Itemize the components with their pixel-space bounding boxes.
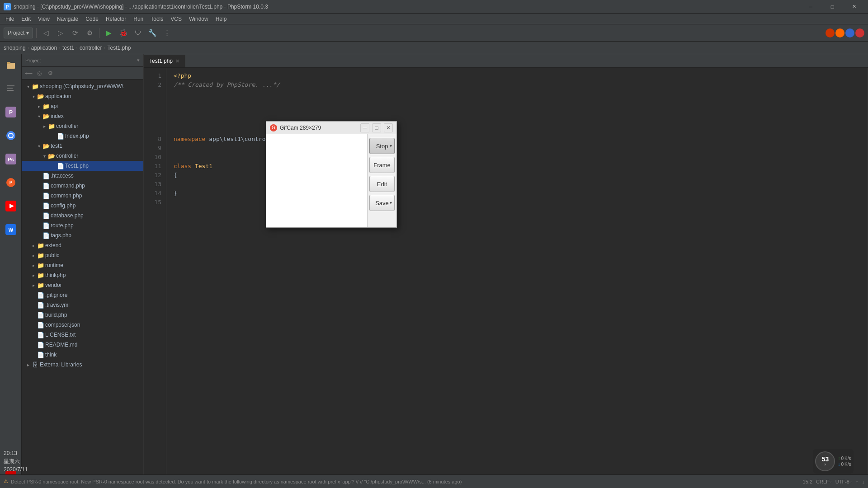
node-label-index: index (51, 113, 64, 119)
tree-node-composer[interactable]: 📄 composer.json (22, 320, 143, 330)
svg-rect-5 (7, 88, 13, 89)
maximize-button[interactable]: □ (822, 0, 843, 14)
no-arrow-travis (31, 302, 36, 308)
menu-item-navigate[interactable]: Navigate (53, 15, 82, 23)
no-arrow-gitignore (31, 292, 36, 298)
tree-node-travis[interactable]: 📄 .travis.yml (22, 300, 143, 310)
gifcam-app-icon: G (270, 124, 277, 131)
coverage-button[interactable]: 🛡 (132, 27, 144, 39)
bluecircle-icon[interactable] (845, 28, 854, 38)
gifcam-close-button[interactable]: ✕ (384, 123, 393, 132)
tree-node-index[interactable]: ▾ 📂 index (22, 111, 143, 121)
file-tree[interactable]: ▾ 📁 shopping (C:\phpstudy_pro\WWW\ ▾ 📂 a… (22, 80, 143, 487)
tree-node-application[interactable]: ▾ 📂 application (22, 91, 143, 101)
menu-item-run[interactable]: Run (130, 15, 147, 23)
tree-node-htaccess[interactable]: 📄 .htaccess (22, 171, 143, 181)
collapse-all-button[interactable]: ⟵ (24, 68, 33, 78)
settings-button[interactable]: ⚙ (83, 27, 96, 39)
expand-arrow-test1: ▾ (36, 143, 42, 149)
gifcam-edit-button[interactable]: Edit (369, 176, 395, 192)
forward-button[interactable]: ▷ (54, 27, 67, 39)
no-arrow-config (36, 203, 42, 208)
refresh-button[interactable]: ⟳ (69, 27, 81, 39)
breadcrumb-shopping[interactable]: shopping (4, 45, 26, 51)
structure-icon-btn[interactable] (2, 80, 20, 98)
tree-node-test1php[interactable]: 📄 Test1.php (22, 161, 143, 171)
phpstorm-icon[interactable]: P (2, 103, 20, 121)
gifcam-frame-button[interactable]: Frame (369, 157, 395, 173)
tree-node-public[interactable]: ▸ 📁 public (22, 250, 143, 260)
time-text: 20:13 (4, 449, 28, 457)
settings-tree-button[interactable]: ⚙ (45, 68, 55, 78)
file-tree-panel: Project ▾ ⟵ ◎ ⚙ ▾ 📁 shopping (C:\phpstud… (22, 54, 144, 487)
tree-node-license[interactable]: 📄 LICENSE.txt (22, 330, 143, 340)
tree-node-test1[interactable]: ▾ 📂 test1 (22, 141, 143, 151)
gifcam-stop-button[interactable]: Stop ▼ (369, 138, 395, 154)
breadcrumb-test1php[interactable]: Test1.php (107, 45, 131, 51)
chrome-icon[interactable] (2, 127, 20, 145)
tree-node-shopping[interactable]: ▾ 📁 shopping (C:\phpstudy_pro\WWW\ (22, 81, 143, 91)
tree-node-tags[interactable]: 📄 tags.php (22, 230, 143, 240)
menu-item-view[interactable]: View (34, 15, 53, 23)
menu-item-code[interactable]: Code (82, 15, 102, 23)
tree-node-thinkphp[interactable]: ▸ 📁 thinkphp (22, 270, 143, 280)
tree-node-controller-index[interactable]: ▸ 📁 controller (22, 121, 143, 131)
redcircle2-icon[interactable] (855, 28, 864, 38)
menu-item-refactor[interactable]: Refactor (102, 15, 130, 23)
expand-arrow-shopping: ▾ (25, 84, 31, 89)
gifcam-maximize-button[interactable]: □ (372, 123, 381, 132)
debug-button[interactable]: 🐞 (117, 27, 130, 39)
tab-test1php[interactable]: Test1.php ✕ (144, 55, 185, 67)
tree-node-vendor[interactable]: ▸ 📁 vendor (22, 280, 143, 290)
tree-node-think[interactable]: 📄 think (22, 350, 143, 360)
menu-item-window[interactable]: Window (185, 15, 212, 23)
tree-header-dropdown[interactable]: ▾ (137, 57, 140, 63)
download-speed: ↓ 0 K/s (838, 462, 851, 467)
back-button[interactable]: ◁ (40, 27, 52, 39)
tree-node-controller-test1[interactable]: ▾ 📂 controller (22, 151, 143, 161)
menu-item-edit[interactable]: Edit (18, 15, 34, 23)
menu-item-tools[interactable]: Tools (147, 15, 167, 23)
tree-node-gitignore[interactable]: 📄 .gitignore (22, 290, 143, 300)
tree-node-build[interactable]: 📄 build.php (22, 310, 143, 320)
wps-icon[interactable]: W (2, 221, 20, 239)
tree-node-readme[interactable]: 📄 README.md (22, 340, 143, 350)
tab-close-button[interactable]: ✕ (175, 58, 179, 64)
menu-item-vcs[interactable]: VCS (167, 15, 185, 23)
composer-icon: 📄 (37, 321, 44, 328)
tree-node-indexphp[interactable]: 📄 Index.php (22, 131, 143, 141)
folder-icon-btn[interactable] (2, 56, 20, 74)
breadcrumb-controller[interactable]: controller (80, 45, 102, 51)
tree-node-extlibs[interactable]: ▸ 🗄 External Libraries (22, 360, 143, 370)
gifcam-save-button[interactable]: Save ▼ (369, 195, 395, 211)
tree-node-route[interactable]: 📄 route.php (22, 221, 143, 230)
tree-node-database[interactable]: 📄 database.php (22, 211, 143, 221)
tree-node-api[interactable]: ▸ 📁 api (22, 101, 143, 111)
toolbar: Project ▾ ◁ ▷ ⟳ ⚙ ▶ 🐞 🛡 🔧 ⋮ (0, 24, 868, 42)
phpstorm2-icon[interactable]: Ps (2, 150, 20, 168)
tools-button[interactable]: 🔧 (146, 27, 159, 39)
gifcam-titlebar[interactable]: G GifCam 289×279 ─ □ ✕ (266, 122, 396, 134)
menu-item-help[interactable]: Help (212, 15, 231, 23)
project-dropdown[interactable]: Project ▾ (4, 28, 33, 38)
breadcrumb-test1[interactable]: test1 (62, 45, 74, 51)
more-button[interactable]: ⋮ (160, 27, 173, 39)
tree-node-config[interactable]: 📄 config.php (22, 201, 143, 211)
tree-node-common[interactable]: 📄 common.php (22, 191, 143, 201)
menu-item-file[interactable]: File (2, 15, 18, 23)
breadcrumb-application[interactable]: application (31, 45, 57, 51)
locate-file-button[interactable]: ◎ (34, 68, 44, 78)
orangecircle-icon[interactable] (835, 28, 844, 38)
speed-unit: × (824, 462, 826, 467)
minimize-button[interactable]: ─ (800, 0, 821, 14)
postman-icon[interactable]: P (2, 174, 20, 192)
tree-node-command[interactable]: 📄 command.php (22, 181, 143, 191)
tree-node-runtime[interactable]: ▸ 📁 runtime (22, 260, 143, 270)
youtube-icon[interactable] (2, 197, 20, 215)
tree-node-extend[interactable]: ▸ 📁 extend (22, 240, 143, 250)
upload-arrow-icon: ↑ (838, 456, 840, 461)
redcircle-icon[interactable] (826, 28, 835, 38)
run-button[interactable]: ▶ (103, 27, 115, 39)
close-button[interactable]: ✕ (844, 0, 864, 14)
gifcam-minimize-button[interactable]: ─ (360, 123, 369, 132)
